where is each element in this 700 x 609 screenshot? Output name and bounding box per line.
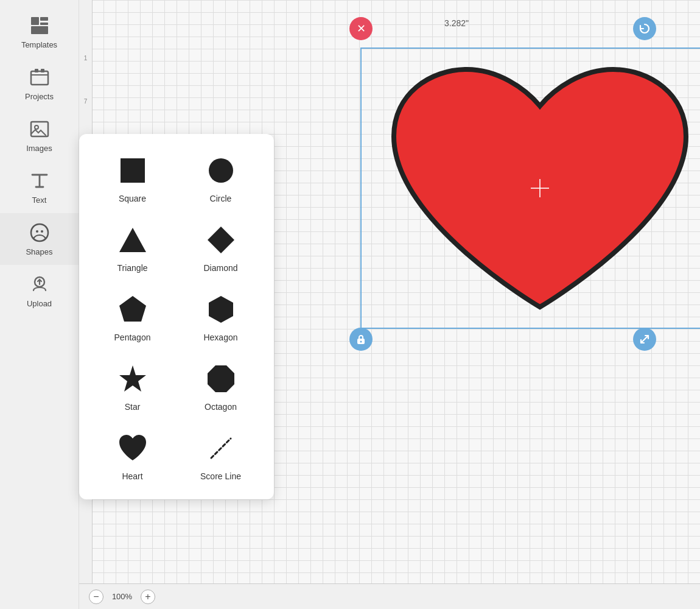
- shape-label-hexagon: Hexagon: [203, 333, 237, 342]
- close-button[interactable]: ✕: [349, 17, 373, 40]
- sidebar-item-text[interactable]: Text: [0, 161, 79, 213]
- templates-icon: [29, 15, 51, 37]
- octagon-icon: [203, 361, 239, 397]
- heart-shape-container[interactable]: [360, 48, 700, 329]
- svg-rect-1: [40, 17, 48, 21]
- svg-marker-16: [119, 228, 146, 252]
- svg-marker-20: [119, 365, 146, 392]
- shape-item-diamond[interactable]: Diamond: [180, 216, 262, 279]
- text-icon: [29, 170, 51, 192]
- svg-point-10: [41, 230, 43, 233]
- svg-rect-6: [41, 69, 44, 72]
- zoom-value: 100%: [108, 592, 136, 601]
- pentagon-icon: [114, 291, 151, 328]
- svg-rect-14: [121, 158, 145, 183]
- sidebar-item-label: Images: [26, 144, 52, 153]
- sidebar-item-label: Projects: [25, 92, 54, 101]
- svg-marker-21: [208, 365, 234, 392]
- sidebar-item-images[interactable]: Images: [0, 110, 79, 161]
- svg-marker-17: [208, 227, 234, 253]
- images-icon: [29, 118, 51, 140]
- zoom-in-button[interactable]: +: [141, 590, 155, 604]
- svg-rect-5: [35, 69, 38, 72]
- lock-button[interactable]: [349, 328, 373, 351]
- rotate-button[interactable]: [633, 17, 656, 40]
- zoom-out-icon: −: [93, 591, 99, 602]
- svg-marker-19: [209, 296, 233, 323]
- shape-label-triangle: Triangle: [117, 263, 147, 273]
- zoom-out-button[interactable]: −: [89, 590, 103, 604]
- svg-rect-3: [31, 26, 48, 34]
- shape-label-circle: Circle: [210, 194, 232, 203]
- shape-label-star: Star: [125, 402, 141, 412]
- svg-point-13: [360, 341, 362, 343]
- heart-icon: [114, 430, 151, 466]
- sidebar-item-label: Text: [32, 195, 47, 205]
- sidebar-item-upload[interactable]: Upload: [0, 265, 79, 317]
- svg-rect-0: [31, 17, 39, 25]
- sidebar-item-label: Shapes: [26, 247, 52, 256]
- hexagon-icon: [203, 291, 239, 328]
- scale-icon: [639, 333, 651, 345]
- measure-label-top: 3.282": [444, 18, 469, 28]
- shape-item-square[interactable]: Square: [91, 146, 173, 209]
- shapes-panel: Square Circle Triangle Diamond Pentagon …: [79, 134, 274, 499]
- projects-icon: [29, 66, 51, 88]
- svg-point-15: [209, 158, 233, 183]
- shape-label-square: Square: [119, 194, 146, 203]
- shapes-icon: [29, 222, 51, 244]
- diamond-icon: [203, 222, 239, 258]
- ruler-num-1: 1: [84, 55, 88, 62]
- upload-icon: [29, 273, 51, 295]
- star-icon: [114, 361, 151, 397]
- close-icon: ✕: [357, 22, 366, 35]
- circle-icon: [203, 152, 239, 189]
- score-line-icon: [203, 430, 239, 466]
- shape-label-diamond: Diamond: [203, 263, 237, 273]
- shape-item-pentagon[interactable]: Pentagon: [91, 285, 173, 348]
- shape-item-octagon[interactable]: Octagon: [180, 354, 262, 418]
- rotate-icon: [638, 22, 651, 35]
- sidebar: Templates Projects Images Text Shape: [0, 0, 79, 609]
- ruler-num-7: 7: [84, 98, 88, 105]
- shape-item-circle[interactable]: Circle: [180, 146, 262, 209]
- sidebar-item-label: Upload: [27, 299, 52, 308]
- sidebar-item-projects[interactable]: Projects: [0, 58, 79, 110]
- svg-marker-18: [119, 296, 146, 322]
- scale-button[interactable]: [633, 328, 656, 351]
- shape-label-score-line: Score Line: [200, 471, 241, 481]
- shape-label-heart: Heart: [122, 471, 142, 481]
- shape-item-score-line[interactable]: Score Line: [180, 424, 262, 487]
- shape-label-octagon: Octagon: [205, 402, 237, 412]
- square-icon: [114, 152, 151, 189]
- triangle-icon: [114, 222, 151, 258]
- shape-item-hexagon[interactable]: Hexagon: [180, 285, 262, 348]
- bottom-bar: − 100% +: [79, 583, 700, 609]
- svg-point-9: [36, 230, 38, 233]
- svg-point-8: [35, 125, 38, 129]
- svg-rect-4: [31, 71, 48, 85]
- lock-icon: [355, 333, 367, 345]
- shape-item-heart[interactable]: Heart: [91, 424, 173, 487]
- shape-label-pentagon: Pentagon: [114, 333, 151, 342]
- svg-line-22: [211, 438, 231, 458]
- svg-rect-2: [40, 23, 48, 25]
- sidebar-item-templates[interactable]: Templates: [0, 6, 79, 58]
- sidebar-item-shapes[interactable]: Shapes: [0, 213, 79, 265]
- zoom-in-icon: +: [145, 591, 150, 602]
- shape-item-star[interactable]: Star: [91, 354, 173, 418]
- shape-item-triangle[interactable]: Triangle: [91, 216, 173, 279]
- sidebar-item-label: Templates: [21, 40, 57, 49]
- heart-svg: [376, 57, 700, 319]
